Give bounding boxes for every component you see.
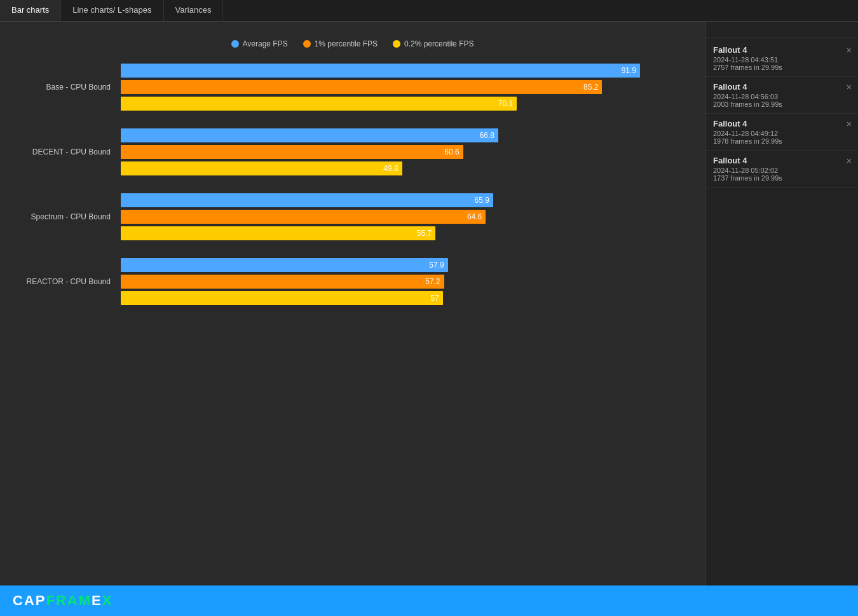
bar-value: 57.2 xyxy=(425,277,440,286)
bar-group-label: Spectrum - CPU Bound xyxy=(19,212,121,221)
bar: 60.6 xyxy=(121,145,463,159)
comparison-item: Fallout 4 2024-11-28 04:43:51 2757 frame… xyxy=(705,40,858,77)
bars-container: 66.860.649.8 xyxy=(121,128,686,175)
comparison-title: Fallout 4 xyxy=(713,82,850,92)
comparison-item: Fallout 4 2024-11-28 04:56:03 2003 frame… xyxy=(705,77,858,114)
comparison-title: Fallout 4 xyxy=(713,45,850,55)
bar-group: Base - CPU Bound91.985.270.1 xyxy=(19,64,686,111)
bar-group-label: DECENT - CPU Bound xyxy=(19,147,121,156)
bar-value: 64.6 xyxy=(467,212,482,221)
bar-row: 66.8 xyxy=(121,128,686,142)
bar: 65.9 xyxy=(121,193,493,207)
close-comparison-button[interactable]: × xyxy=(847,82,852,92)
close-comparison-button[interactable]: × xyxy=(847,119,852,129)
comparison-item: Fallout 4 2024-11-28 05:02:02 1737 frame… xyxy=(705,151,858,188)
logo-cap: CAP xyxy=(13,592,46,608)
chart-legend: Average FPS 1% percentile FPS 0.2% perce… xyxy=(13,39,692,48)
legend-item: 0.2% percentile FPS xyxy=(393,39,473,48)
comparison-frames: 1737 frames in 29.99s xyxy=(713,174,850,182)
bar-group: DECENT - CPU Bound66.860.649.8 xyxy=(19,128,686,175)
comparison-date: 2024-11-28 04:43:51 xyxy=(713,56,850,64)
bar: 91.9 xyxy=(121,64,640,78)
bar: 66.8 xyxy=(121,128,498,142)
tab-bar-charts[interactable]: Bar charts xyxy=(0,0,61,21)
bar-group: REACTOR - CPU Bound57.957.257 xyxy=(19,258,686,305)
comparison-item: Fallout 4 2024-11-28 04:49:12 1978 frame… xyxy=(705,114,858,151)
legend-dot xyxy=(303,40,311,48)
legend-dot xyxy=(393,40,400,48)
sidebar: Fallout 4 2024-11-28 04:43:51 2757 frame… xyxy=(705,22,858,585)
legend-item: 1% percentile FPS xyxy=(303,39,378,48)
bar-value: 70.1 xyxy=(498,99,513,108)
bar: 57 xyxy=(121,291,443,305)
bar-row: 55.7 xyxy=(121,226,686,240)
bar-row: 49.8 xyxy=(121,161,686,175)
bar: 57.2 xyxy=(121,275,444,289)
comparisons-list: Fallout 4 2024-11-28 04:43:51 2757 frame… xyxy=(705,40,858,188)
bar-group-label: REACTOR - CPU Bound xyxy=(19,277,121,286)
bars-container: 91.985.270.1 xyxy=(121,64,686,111)
legend-label: Average FPS xyxy=(243,39,288,48)
legend-label: 0.2% percentile FPS xyxy=(404,39,473,48)
bar-value: 49.8 xyxy=(383,164,398,173)
bar-row: 91.9 xyxy=(121,64,686,78)
bar: 57.9 xyxy=(121,258,448,272)
legend-item: Average FPS xyxy=(231,39,288,48)
bar-value: 55.7 xyxy=(417,229,432,238)
bar-value: 65.9 xyxy=(474,196,489,205)
bar-row: 85.2 xyxy=(121,80,686,94)
bar-row: 65.9 xyxy=(121,193,686,207)
close-comparison-button[interactable]: × xyxy=(847,45,852,55)
bar-value: 91.9 xyxy=(622,66,636,75)
comparison-date: 2024-11-28 05:02:02 xyxy=(713,167,850,174)
bar-value: 57 xyxy=(430,294,439,303)
bar-row: 60.6 xyxy=(121,145,686,159)
bar-row: 64.6 xyxy=(121,210,686,224)
bar-value: 66.8 xyxy=(479,131,494,140)
logo: CAPFRAMEX xyxy=(13,592,112,609)
logo-frame: FRAM xyxy=(46,592,92,608)
comparison-title: Fallout 4 xyxy=(713,156,850,165)
logo-ex2: X xyxy=(102,592,113,608)
comparison-date: 2024-11-28 04:49:12 xyxy=(713,130,850,137)
tabs-bar: Bar chartsLine charts/ L-shapesVariances xyxy=(0,0,858,22)
bar-value: 60.6 xyxy=(444,147,459,156)
bar: 85.2 xyxy=(121,80,602,94)
comparison-date: 2024-11-28 04:56:03 xyxy=(713,93,850,100)
bars-container: 65.964.655.7 xyxy=(121,193,686,240)
bars-container: 57.957.257 xyxy=(121,258,686,305)
bar: 55.7 xyxy=(121,226,435,240)
legend-label: 1% percentile FPS xyxy=(315,39,378,48)
bar-row: 57 xyxy=(121,291,686,305)
comparison-frames: 1978 frames in 29.99s xyxy=(713,137,850,145)
comparison-frames: 2757 frames in 29.99s xyxy=(713,64,850,71)
bar-value: 85.2 xyxy=(583,83,598,92)
bar: 70.1 xyxy=(121,97,517,111)
legend-dot xyxy=(231,40,239,48)
bar: 49.8 xyxy=(121,161,402,175)
comparison-title: Fallout 4 xyxy=(713,119,850,128)
bar-value: 57.9 xyxy=(429,261,444,270)
tab-line-charts[interactable]: Line charts/ L-shapes xyxy=(61,0,163,21)
comparison-frames: 2003 frames in 29.99s xyxy=(713,100,850,108)
footer: CAPFRAMEX xyxy=(0,585,858,616)
bar-row: 70.1 xyxy=(121,97,686,111)
tab-variances[interactable]: Variances xyxy=(164,0,224,21)
main-layout: Average FPS 1% percentile FPS 0.2% perce… xyxy=(0,22,858,585)
bar: 64.6 xyxy=(121,210,486,224)
bar-groups: Base - CPU Bound91.985.270.1DECENT - CPU… xyxy=(13,64,692,305)
close-comparison-button[interactable]: × xyxy=(847,156,852,166)
sidebar-title xyxy=(705,27,858,38)
bar-group: Spectrum - CPU Bound65.964.655.7 xyxy=(19,193,686,240)
logo-ex: E xyxy=(92,592,102,608)
bar-row: 57.2 xyxy=(121,275,686,289)
bar-group-label: Base - CPU Bound xyxy=(19,83,121,92)
chart-area: Average FPS 1% percentile FPS 0.2% perce… xyxy=(0,22,705,585)
bar-row: 57.9 xyxy=(121,258,686,272)
